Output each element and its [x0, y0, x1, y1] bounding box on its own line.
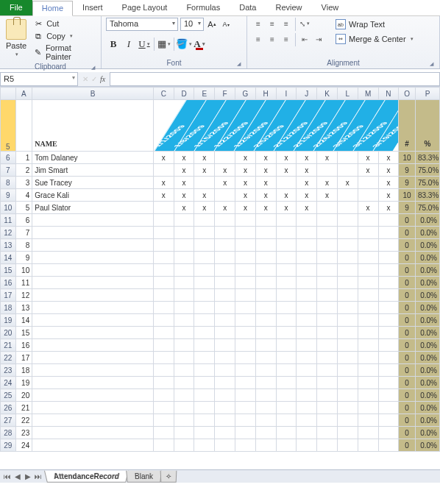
- cell-mark[interactable]: [235, 439, 256, 452]
- cell-mark[interactable]: [317, 314, 338, 327]
- cell-pct[interactable]: 0.0%: [415, 264, 439, 277]
- cell-mark[interactable]: [337, 302, 358, 314]
- cell-mark[interactable]: x: [255, 202, 276, 214]
- date-headers[interactable]: 1/1/20091/8/20091/15/20091/22/20091/29/2…: [153, 100, 398, 152]
- cell-mark[interactable]: [174, 377, 194, 389]
- col-header[interactable]: G: [235, 88, 256, 100]
- cell-mark[interactable]: [378, 227, 399, 239]
- col-header[interactable]: C: [153, 88, 174, 100]
- row-header[interactable]: 21: [1, 339, 16, 352]
- cell[interactable]: 18: [15, 364, 32, 377]
- cell-pct[interactable]: 75.0%: [415, 177, 439, 189]
- cell-mark[interactable]: [337, 402, 358, 414]
- cell-mark[interactable]: [297, 427, 317, 439]
- font-color-button[interactable]: A: [192, 37, 207, 52]
- cell[interactable]: 19: [15, 377, 32, 389]
- cell-mark[interactable]: [215, 227, 235, 239]
- cell-mark[interactable]: [317, 339, 338, 352]
- cell-mark[interactable]: x: [358, 202, 378, 214]
- cell-pct[interactable]: 0.0%: [415, 327, 439, 339]
- cell-mark[interactable]: [194, 314, 215, 327]
- cell-mark[interactable]: [153, 427, 174, 439]
- tab-nav-first-icon[interactable]: ⏮: [2, 472, 13, 480]
- cell-mark[interactable]: [153, 439, 174, 452]
- cell-mark[interactable]: [276, 427, 297, 439]
- cell-mark[interactable]: x: [297, 152, 317, 164]
- cell-name[interactable]: Grace Kali: [32, 189, 154, 202]
- cell-mark[interactable]: [378, 252, 399, 264]
- cell-mark[interactable]: [297, 389, 317, 402]
- align-middle-button[interactable]: ≡: [266, 18, 279, 29]
- cell-mark[interactable]: [174, 402, 194, 414]
- cell-mark[interactable]: [215, 389, 235, 402]
- row-header[interactable]: 27: [1, 414, 16, 427]
- cell-mark[interactable]: [317, 414, 338, 427]
- cell-mark[interactable]: [297, 214, 317, 227]
- cell-mark[interactable]: [174, 289, 194, 302]
- pct-header[interactable]: %: [415, 100, 439, 152]
- cell-mark[interactable]: x: [378, 189, 399, 202]
- cell-mark[interactable]: [317, 352, 338, 364]
- cell-mark[interactable]: [194, 352, 215, 364]
- cell-mark[interactable]: [337, 414, 358, 427]
- cell[interactable]: 20: [15, 389, 32, 402]
- cell-mark[interactable]: [255, 414, 276, 427]
- cell-mark[interactable]: [317, 302, 338, 314]
- cell-mark[interactable]: x: [297, 177, 317, 189]
- cell-name[interactable]: [32, 389, 154, 402]
- cell-mark[interactable]: [153, 377, 174, 389]
- cell-mark[interactable]: x: [235, 164, 256, 177]
- new-sheet-button[interactable]: ✧: [160, 470, 177, 482]
- cell-mark[interactable]: [153, 227, 174, 239]
- cell-mark[interactable]: x: [174, 189, 194, 202]
- cell-name[interactable]: Tom Dalaney: [32, 152, 154, 164]
- cell-mark[interactable]: [317, 327, 338, 339]
- row-header[interactable]: 16: [1, 277, 16, 289]
- cell-mark[interactable]: [174, 352, 194, 364]
- cell-pct[interactable]: 0.0%: [415, 439, 439, 452]
- cell-pct[interactable]: 0.0%: [415, 277, 439, 289]
- wrap-text-button[interactable]: abWrap Text: [333, 18, 416, 31]
- cell-mark[interactable]: [337, 202, 358, 214]
- cell-mark[interactable]: [276, 252, 297, 264]
- cell-count[interactable]: 0: [399, 327, 416, 339]
- cell-mark[interactable]: [255, 277, 276, 289]
- cell-mark[interactable]: [174, 302, 194, 314]
- cell-mark[interactable]: [358, 239, 378, 252]
- cell-mark[interactable]: x: [153, 152, 174, 164]
- row-header[interactable]: 26: [1, 402, 16, 414]
- cell-mark[interactable]: x: [276, 189, 297, 202]
- cell-mark[interactable]: [297, 227, 317, 239]
- cell-mark[interactable]: [297, 277, 317, 289]
- cell-mark[interactable]: [358, 302, 378, 314]
- cell-mark[interactable]: [194, 302, 215, 314]
- cell-mark[interactable]: x: [297, 202, 317, 214]
- copy-button[interactable]: ⧉Copy: [31, 30, 96, 42]
- cell-name[interactable]: [32, 264, 154, 277]
- select-all-button[interactable]: [1, 88, 16, 100]
- cell-mark[interactable]: [215, 339, 235, 352]
- cell-mark[interactable]: [358, 427, 378, 439]
- col-header[interactable]: D: [174, 88, 194, 100]
- cell-mark[interactable]: [153, 214, 174, 227]
- cell-name[interactable]: [32, 402, 154, 414]
- cell-count[interactable]: 9: [399, 164, 416, 177]
- cell-mark[interactable]: [235, 227, 256, 239]
- cell-count[interactable]: 0: [399, 377, 416, 389]
- cell-count[interactable]: 0: [399, 264, 416, 277]
- cell-mark[interactable]: x: [337, 177, 358, 189]
- cell-name[interactable]: [32, 427, 154, 439]
- cell[interactable]: 4: [15, 189, 32, 202]
- cell-mark[interactable]: [235, 264, 256, 277]
- cell-count[interactable]: 0: [399, 239, 416, 252]
- tab-review[interactable]: Review: [266, 0, 311, 15]
- worksheet[interactable]: A B C D E F G H I J K L M N O P 5NAME1/1…: [0, 87, 440, 483]
- cell-name[interactable]: Paul Slator: [32, 202, 154, 214]
- cell-mark[interactable]: [337, 239, 358, 252]
- cell-mark[interactable]: [235, 302, 256, 314]
- cell-mark[interactable]: [194, 339, 215, 352]
- row-header[interactable]: 10: [1, 202, 16, 214]
- cell-mark[interactable]: [337, 277, 358, 289]
- cell-mark[interactable]: [358, 252, 378, 264]
- cell-mark[interactable]: [235, 339, 256, 352]
